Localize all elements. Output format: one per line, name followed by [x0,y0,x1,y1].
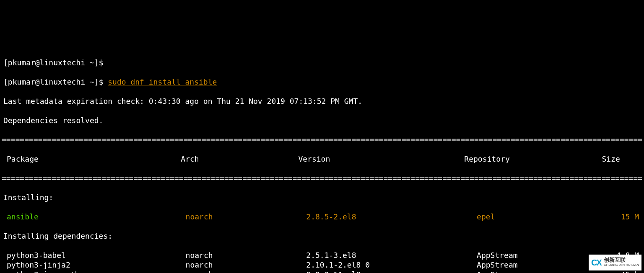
pkg-arch: noarch [186,270,306,273]
main-pkg-size: 15 M [597,212,642,221]
table-row: python3-babelnoarch2.5.1-3.el8AppStream4… [2,250,642,260]
partial-prev-line: [pkumar@linuxtechi ~]$ [2,58,642,67]
table-row: python3-jinja2noarch2.10.1-2.el8_0AppStr… [2,260,642,270]
header-arch: Arch [181,154,298,164]
header-size: Size [582,154,642,164]
header-repo: Repository [464,154,582,164]
pkg-repo: AppStream [477,260,597,270]
section-installing: Installing: [2,193,642,202]
pkg-name: python3-babel [2,250,186,260]
watermark-icon: CX [591,258,601,268]
header-version: Version [298,154,464,164]
rule-top: ========================================… [2,135,642,144]
prompt-line: [pkumar@linuxtechi ~]$ sudo dnf install … [2,77,642,87]
pkg-version: 2.5.1-3.el8 [306,250,477,260]
table-row: ansiblenoarch2.8.5-2.el8epel15 M [2,212,642,221]
pkg-arch: noarch [186,260,306,270]
pkg-version: 0.9.0-11.el8 [306,270,477,273]
pkg-name: python3-jinja2 [2,260,186,270]
main-pkg-arch: noarch [186,212,306,221]
pkg-repo: AppStream [477,250,597,260]
terminal[interactable]: [pkumar@linuxtechi ~]$ [pkumar@linuxtech… [0,48,644,273]
section-deps: Installing dependencies: [2,231,642,241]
watermark-logo: CX 创新互联CHUANG XIN HU LIAN [589,255,641,270]
main-pkg-version: 2.8.5-2.el8 [306,212,477,221]
pkg-version: 2.10.1-2.el8_0 [306,260,477,270]
pkg-name: python3-jmespath [2,270,186,273]
table-header: PackageArchVersionRepositorySize [2,154,642,164]
table-row: python3-jmespathnoarch0.9.0-11.el8AppStr… [2,270,642,273]
prompt-text: [pkumar@linuxtechi ~]$ [3,77,108,86]
main-pkg-repo: epel [477,212,597,221]
main-pkg-name: ansible [7,212,39,221]
rule-under-header: ========================================… [2,173,642,183]
deps-resolved-line: Dependencies resolved. [2,116,642,125]
metadata-line: Last metadata expiration check: 0:43:30 … [2,96,642,106]
header-package: Package [2,154,181,164]
pkg-repo: AppStream [477,270,597,273]
entered-command: sudo dnf install ansible [108,77,217,86]
pkg-arch: noarch [186,250,306,260]
watermark-text: 创新互联CHUANG XIN HU LIAN [604,258,639,267]
